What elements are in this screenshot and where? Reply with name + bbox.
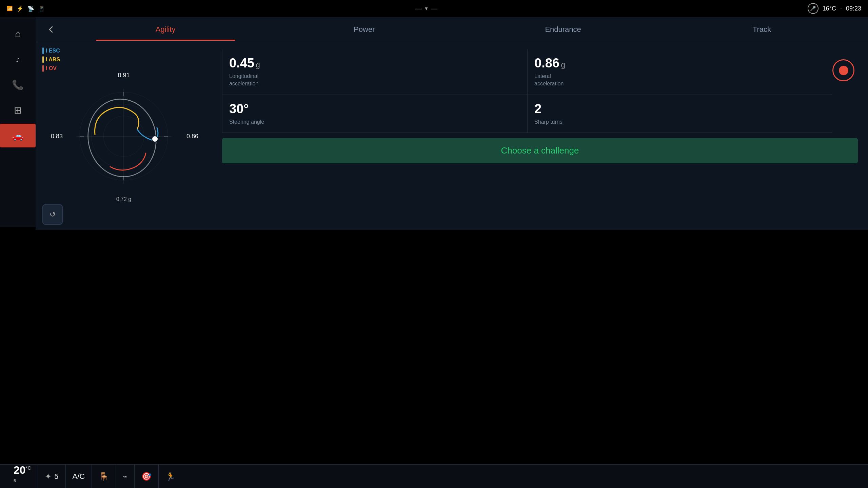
status-center: — ▼ — [415, 5, 434, 13]
stat-longitudinal: 0.45 g Longitudinalacceleration [222, 49, 434, 95]
nav-tabs: Agility Power Endurance Track [66, 22, 434, 37]
status-bar: 📶 ⚡ 📡 📱 — ▼ — 🎤 16°C · 09:23 [0, 0, 434, 17]
wifi-icon: 📡 [27, 5, 34, 12]
apps-icon: ⊞ [14, 105, 22, 116]
sidebar: ⌂ ♪ 📞 ⊞ 🚗 [0, 17, 36, 227]
svg-point-11 [152, 136, 158, 142]
dropdown-arrow[interactable]: ▼ [424, 6, 429, 11]
top-nav: Agility Power Endurance Track [36, 17, 434, 42]
stat-label-steering: Steering angle [229, 118, 434, 126]
sidebar-item-music[interactable]: ♪ [0, 47, 36, 71]
main-content: Agility Power Endurance Track I ESC [36, 17, 434, 230]
stat-steering: 30° Steering angle [222, 95, 434, 133]
sidebar-item-apps[interactable]: ⊞ [0, 98, 36, 122]
phone-icon: 📞 [12, 79, 24, 90]
gauge-label-left: 0.83 [51, 133, 63, 140]
status-left: 📶 ⚡ 📡 📱 [7, 5, 45, 12]
sidebar-item-phone[interactable]: 📞 [0, 73, 36, 97]
legend-abs: I ABS [42, 56, 60, 63]
legend-esc: I ESC [42, 47, 60, 54]
back-button[interactable] [42, 21, 59, 38]
stat-value-steering: 30° [229, 102, 434, 116]
stat-label-longitudinal: Longitudinalacceleration [229, 73, 434, 88]
gauge-wrapper: 0.91 0.83 0.86 0.72 g [70, 82, 178, 190]
tab-power[interactable]: Power [265, 22, 434, 37]
phone-icon: 📱 [38, 5, 45, 12]
content-area: I ESC I ABS I OV 0.91 0.83 0.86 0.72 g [36, 42, 434, 230]
car-icon: 🚗 [12, 130, 24, 141]
gauge-label-bottom: 0.72 g [116, 196, 131, 202]
gauge-svg [70, 82, 178, 190]
sidebar-item-car[interactable]: 🚗 [0, 124, 36, 147]
reset-icon: ↺ [50, 210, 56, 219]
bluetooth-icon: ⚡ [17, 5, 23, 12]
legend-ov: I OV [42, 65, 60, 72]
stats-area: 0.45 g Longitudinalacceleration 0.86 g L… [212, 42, 434, 230]
legend: I ESC I ABS I OV [42, 47, 60, 72]
reset-button[interactable]: ↺ [42, 204, 63, 225]
challenge-button[interactable]: Choose a challenge [222, 138, 434, 163]
abs-bar [42, 56, 44, 63]
gauge-area: I ESC I ABS I OV 0.91 0.83 0.86 0.72 g [36, 42, 212, 230]
stats-grid: 0.45 g Longitudinalacceleration 0.86 g L… [222, 49, 434, 133]
gauge-label-right: 0.86 [186, 133, 198, 140]
ov-bar [42, 65, 44, 72]
tab-agility[interactable]: Agility [66, 22, 265, 37]
sidebar-item-home[interactable]: ⌂ [0, 22, 36, 46]
dash-left: — [415, 5, 422, 13]
gauge-label-top: 0.91 [118, 72, 130, 79]
esc-bar [42, 47, 44, 54]
signal-icon: 📶 [7, 6, 13, 11]
home-icon: ⌂ [15, 28, 21, 39]
music-icon: ♪ [16, 54, 20, 65]
stat-value-longitudinal: 0.45 g [229, 56, 434, 70]
dash-right: — [431, 5, 434, 13]
